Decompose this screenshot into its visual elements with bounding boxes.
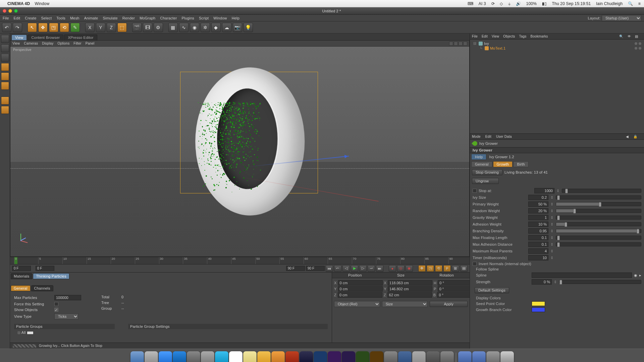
- current-frame-field[interactable]: [12, 266, 31, 271]
- size-x-input[interactable]: [388, 280, 432, 286]
- play-button[interactable]: ▶: [351, 265, 358, 272]
- menu-plugins[interactable]: Plugins: [182, 16, 194, 20]
- record-button[interactable]: ●: [389, 265, 396, 272]
- pos-key-button[interactable]: ✥: [418, 265, 426, 272]
- chk-invert-normals[interactable]: [473, 262, 477, 266]
- chk-force-setting[interactable]: [54, 302, 58, 306]
- add-generator-button[interactable]: ✲: [201, 23, 210, 32]
- pos-y-input[interactable]: [338, 286, 383, 292]
- om-menu-tags[interactable]: Tags: [519, 35, 527, 38]
- dock-app-icon-3[interactable]: [201, 351, 214, 362]
- vp-nav-icon-2[interactable]: [454, 42, 458, 46]
- rotate-tool[interactable]: ⟲: [60, 23, 69, 32]
- goto-start-button[interactable]: ⏮: [326, 265, 333, 272]
- slider-ivy-size[interactable]: [556, 195, 641, 199]
- attr-menu-userdata[interactable]: User Data: [496, 135, 512, 138]
- coord-system-button[interactable]: ⬚: [117, 23, 127, 32]
- menubar-user[interactable]: Iain Chudleigh: [596, 1, 623, 6]
- input-branching-density[interactable]: [528, 228, 548, 234]
- render-view-button[interactable]: 🎬: [132, 23, 142, 32]
- undo-button[interactable]: ↶: [2, 23, 11, 32]
- dock-app-icon-8[interactable]: [398, 351, 412, 362]
- minimize-window-button[interactable]: [8, 9, 12, 13]
- attr-nav-back-icon[interactable]: ◀: [626, 135, 629, 138]
- attr-tab-growth[interactable]: Growth: [493, 161, 513, 167]
- live-select-tool[interactable]: ↖: [28, 23, 37, 32]
- vp-nav-icon-3[interactable]: [459, 42, 463, 46]
- dock-photoshop-icon[interactable]: [314, 351, 327, 362]
- close-window-button[interactable]: [3, 9, 6, 13]
- next-frame-button[interactable]: ▷: [359, 265, 367, 272]
- goto-end-button[interactable]: ⏭: [376, 265, 383, 272]
- dock-app-icon-5[interactable]: [271, 351, 285, 362]
- add-nurbs-button[interactable]: ◉: [190, 23, 199, 32]
- om-filter-icon[interactable]: ▤: [635, 35, 638, 38]
- layout-select[interactable]: Startup (User): [602, 15, 641, 21]
- tab-thinking-particles[interactable]: Thinking Particles: [33, 273, 69, 279]
- object-manager-tree[interactable]: ⊟Ivy └MoText.1: [470, 40, 644, 133]
- add-spline-button[interactable]: ∿: [179, 23, 189, 32]
- redo-button[interactable]: ↷: [13, 23, 22, 32]
- vp-menu-view[interactable]: View: [12, 42, 20, 45]
- dock-illustrator-icon[interactable]: [370, 351, 383, 362]
- tab-materials[interactable]: Materials: [11, 273, 32, 279]
- slider-branching-density[interactable]: [556, 229, 641, 233]
- dock-premiere-icon[interactable]: [328, 351, 341, 362]
- slider-random-weight[interactable]: [556, 209, 641, 213]
- vp-menu-filter[interactable]: Filter: [73, 42, 81, 45]
- menu-edit[interactable]: Edit: [14, 16, 20, 20]
- om-search-icon[interactable]: 🔍: [619, 35, 623, 38]
- spline-picker-icon[interactable]: ◉: [634, 273, 637, 278]
- dock-calendar-icon[interactable]: [229, 351, 243, 362]
- menubar-ai[interactable]: AI 3: [479, 1, 486, 6]
- chk-show-objects[interactable]: ✓: [54, 308, 58, 312]
- dock-stack-icon[interactable]: [486, 351, 500, 362]
- dock-app-icon-11[interactable]: [440, 351, 454, 362]
- dock-app-icon-4[interactable]: [257, 351, 271, 362]
- menu-file[interactable]: File: [3, 16, 9, 20]
- dock-aftereffects-icon[interactable]: [342, 351, 355, 362]
- rot-key-button[interactable]: ⟲: [435, 265, 442, 272]
- menubar-battery-icon[interactable]: ▮▯: [542, 1, 547, 6]
- spline-clear-icon[interactable]: ▸: [639, 273, 641, 278]
- input-adhesion-weight[interactable]: [528, 222, 548, 227]
- attr-menu-mode[interactable]: Mode: [472, 135, 481, 138]
- goto-next-key-button[interactable]: ⤻: [368, 265, 375, 272]
- sel-view-type[interactable]: Ticks: [54, 313, 78, 319]
- tree-item-ivy[interactable]: ⊟Ivy: [473, 41, 641, 46]
- input-stop-at[interactable]: [534, 188, 554, 193]
- menu-help[interactable]: Help: [232, 16, 239, 20]
- menu-render[interactable]: Render: [122, 16, 135, 20]
- dock-app-icon-7[interactable]: [384, 351, 397, 362]
- menu-script[interactable]: Script: [199, 16, 209, 20]
- vp-menu-options[interactable]: Options: [57, 42, 69, 45]
- vp-menu-cameras[interactable]: Cameras: [24, 42, 38, 45]
- menu-mograph[interactable]: MoGraph: [140, 16, 155, 20]
- om-menu-objects[interactable]: Objects: [503, 35, 515, 38]
- render-region-button[interactable]: 🎞: [143, 23, 152, 32]
- snap-button[interactable]: [1, 106, 9, 114]
- add-cube-button[interactable]: ▦: [168, 23, 178, 32]
- input-ivy-size[interactable]: [528, 195, 548, 200]
- slider-stop-at[interactable]: [562, 189, 641, 193]
- keyframe-sel-button[interactable]: ◉: [406, 265, 413, 272]
- menu-tools[interactable]: Tools: [56, 16, 65, 20]
- object-mode-button[interactable]: [1, 63, 9, 71]
- menu-create[interactable]: Create: [25, 16, 36, 20]
- input-gravity-weight[interactable]: [528, 215, 548, 220]
- dock-folder-icon[interactable]: [458, 351, 472, 362]
- coord-apply-button[interactable]: Apply: [430, 301, 468, 307]
- menubar-battery[interactable]: 100%: [526, 1, 537, 6]
- input-max-floating[interactable]: [528, 235, 548, 240]
- stop-growing-button[interactable]: Stop Growing: [472, 169, 502, 175]
- dock-trash-icon[interactable]: [500, 351, 514, 362]
- viewport-3d[interactable]: Perspective: [10, 47, 469, 256]
- slider-max-adhesion[interactable]: [556, 242, 641, 246]
- menu-mesh[interactable]: Mesh: [70, 16, 79, 20]
- coord-mode-select[interactable]: Object (Rel): [334, 301, 380, 307]
- menu-character[interactable]: Character: [160, 16, 177, 20]
- zoom-window-button[interactable]: [14, 9, 18, 13]
- scale-tool[interactable]: ◳: [49, 23, 58, 32]
- end-frame-b-field[interactable]: [306, 266, 325, 271]
- tab-xpresso[interactable]: XPresso Editor: [64, 35, 97, 40]
